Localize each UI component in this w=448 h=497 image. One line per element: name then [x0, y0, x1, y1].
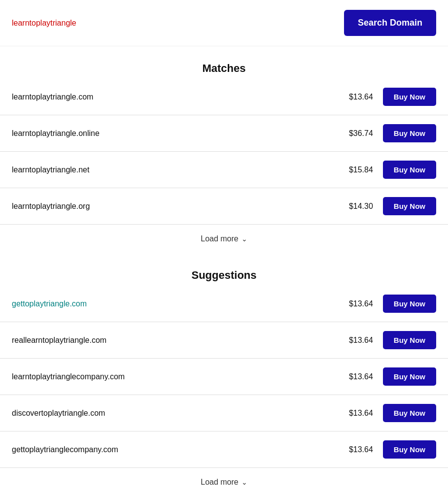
- matches-list: learntoplaytriangle.com $13.64 Buy Now l…: [0, 79, 448, 225]
- table-row: gettoplaytriangle.com $13.64 Buy Now: [0, 286, 448, 322]
- table-row: reallearntoplaytriangle.com $13.64 Buy N…: [0, 322, 448, 359]
- domain-price: $36.74: [344, 129, 373, 138]
- domain-name: learntoplaytriangle.com: [12, 93, 93, 101]
- buy-now-button[interactable]: Buy Now: [383, 331, 436, 349]
- domain-right: $13.64 Buy Now: [344, 295, 436, 313]
- matches-chevron-icon: ⌄: [241, 235, 247, 243]
- domain-price: $15.84: [344, 166, 373, 174]
- domain-right: $13.64 Buy Now: [344, 440, 436, 459]
- suggestions-chevron-icon: ⌄: [241, 478, 247, 486]
- domain-price: $14.30: [344, 202, 373, 211]
- suggestions-section: Suggestions gettoplaytriangle.com $13.64…: [0, 269, 448, 497]
- domain-right: $13.64 Buy Now: [344, 88, 436, 106]
- matches-load-more[interactable]: Load more ⌄: [0, 225, 448, 253]
- table-row: learntoplaytriangle.org $14.30 Buy Now: [0, 188, 448, 225]
- buy-now-button[interactable]: Buy Now: [383, 161, 436, 179]
- buy-now-button[interactable]: Buy Now: [383, 197, 436, 215]
- domain-price: $13.64: [344, 409, 373, 418]
- search-button[interactable]: Search Domain: [344, 10, 436, 36]
- domain-price: $13.64: [344, 336, 373, 345]
- domain-right: $13.64 Buy Now: [344, 404, 436, 422]
- matches-title: Matches: [0, 62, 448, 75]
- buy-now-button[interactable]: Buy Now: [383, 440, 436, 459]
- domain-right: $36.74 Buy Now: [344, 124, 436, 142]
- suggestions-list: gettoplaytriangle.com $13.64 Buy Now rea…: [0, 286, 448, 468]
- table-row: learntoplaytriangle.net $15.84 Buy Now: [0, 152, 448, 188]
- table-row: discovertoplaytriangle.com $13.64 Buy No…: [0, 395, 448, 431]
- matches-load-more-label: Load more: [201, 234, 239, 243]
- domain-right: $13.64 Buy Now: [344, 367, 436, 386]
- header: Search Domain: [0, 0, 448, 46]
- domain-name: learntoplaytriangle.org: [12, 202, 90, 211]
- domain-right: $13.64 Buy Now: [344, 331, 436, 349]
- domain-name: learntoplaytrianglecompany.com: [12, 372, 125, 381]
- buy-now-button[interactable]: Buy Now: [383, 367, 436, 386]
- table-row: gettoplaytrianglecompany.com $13.64 Buy …: [0, 431, 448, 468]
- table-row: learntoplaytriangle.online $36.74 Buy No…: [0, 115, 448, 152]
- domain-name: gettoplaytrianglecompany.com: [12, 445, 118, 454]
- domain-name: discovertoplaytriangle.com: [12, 409, 105, 418]
- suggestions-load-more-label: Load more: [201, 478, 239, 487]
- buy-now-button[interactable]: Buy Now: [383, 404, 436, 422]
- table-row: learntoplaytrianglecompany.com $13.64 Bu…: [0, 359, 448, 395]
- domain-name: reallearntoplaytriangle.com: [12, 336, 106, 345]
- search-input[interactable]: [12, 19, 258, 28]
- table-row: learntoplaytriangle.com $13.64 Buy Now: [0, 79, 448, 115]
- domain-right: $14.30 Buy Now: [344, 197, 436, 215]
- domain-name: learntoplaytriangle.online: [12, 129, 100, 138]
- domain-price: $13.64: [344, 372, 373, 381]
- domain-price: $13.64: [344, 445, 373, 454]
- domain-name: learntoplaytriangle.net: [12, 166, 89, 174]
- buy-now-button[interactable]: Buy Now: [383, 295, 436, 313]
- domain-price: $13.64: [344, 93, 373, 101]
- buy-now-button[interactable]: Buy Now: [383, 88, 436, 106]
- buy-now-button[interactable]: Buy Now: [383, 124, 436, 142]
- suggestions-load-more[interactable]: Load more ⌄: [0, 468, 448, 497]
- matches-section: Matches learntoplaytriangle.com $13.64 B…: [0, 62, 448, 253]
- domain-price: $13.64: [344, 299, 373, 308]
- suggestions-title: Suggestions: [0, 269, 448, 282]
- domain-right: $15.84 Buy Now: [344, 161, 436, 179]
- domain-name: gettoplaytriangle.com: [12, 299, 87, 308]
